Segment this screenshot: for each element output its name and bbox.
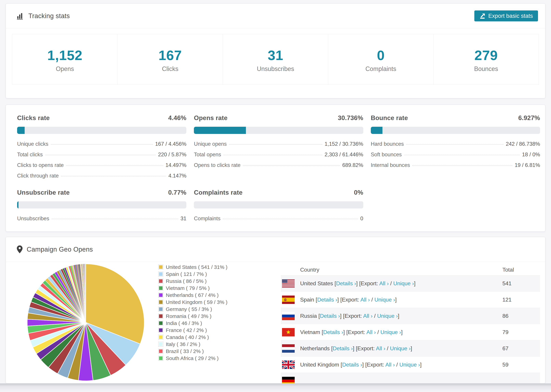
details-link[interactable]: Details › xyxy=(342,362,362,368)
page-title: Tracking stats xyxy=(28,12,70,20)
country-cell: Russia [Details ›] [Export: All › / Uniq… xyxy=(300,313,502,319)
summary-stat-complaints: 0Complaints xyxy=(328,34,433,84)
details-link[interactable]: Details › xyxy=(333,345,353,351)
legend-item[interactable]: Russia ( 86 / 5% ) xyxy=(158,278,227,285)
progress-bar-fill xyxy=(371,127,383,134)
total-cell: 67 xyxy=(502,345,540,352)
stat-label: Opens xyxy=(12,65,117,72)
geo-table-header: Country Total xyxy=(281,264,540,275)
rate-block-clicks-rate: Clicks rate4.46%Unique clicks167 / 4.456… xyxy=(17,114,186,181)
rate-row: Hard bounces242 / 86.738% xyxy=(371,139,540,149)
pie-legend: United States ( 541 / 31% )Spain ( 121 /… xyxy=(158,264,227,362)
rate-row: Internal bounces19 / 6.81% xyxy=(371,160,540,170)
export-unique-link[interactable]: Unique › xyxy=(374,297,395,303)
legend-swatch xyxy=(158,265,163,269)
legend-swatch xyxy=(158,279,163,283)
rate-row-label: Opens to clicks rate xyxy=(194,162,240,168)
stat-value: 279 xyxy=(434,49,539,62)
rate-title: Opens rate xyxy=(194,114,227,122)
table-row: Netherlands [Details ›] [Export: All › /… xyxy=(281,340,540,357)
geo-header: Campaign Geo Opens xyxy=(6,237,545,262)
legend-item[interactable]: Vietnam ( 79 / 5% ) xyxy=(158,285,227,292)
export-all-link[interactable]: All › xyxy=(360,297,370,303)
legend-swatch xyxy=(158,300,163,304)
legend-item[interactable]: Canada ( 40 / 2% ) xyxy=(158,334,227,341)
legend-item[interactable]: South Africa ( 29 / 2% ) xyxy=(158,355,227,362)
legend-item[interactable]: India ( 46 / 3% ) xyxy=(158,320,227,327)
table-row: United States [Details ›] [Export: All ›… xyxy=(281,275,540,291)
rate-row-label: Internal bounces xyxy=(371,162,410,168)
progress-bar xyxy=(194,201,363,209)
export-unique-link[interactable]: Unique › xyxy=(393,280,414,287)
rate-head: Clicks rate4.46% xyxy=(17,114,186,122)
total-cell: 59 xyxy=(502,362,540,368)
rate-row: Complaints0 xyxy=(194,213,363,224)
details-link[interactable]: Details › xyxy=(320,313,340,319)
legend-item[interactable]: United Kingdom ( 59 / 3% ) xyxy=(158,299,227,306)
progress-bar xyxy=(17,127,186,134)
rate-row-label: Unique clicks xyxy=(17,141,49,147)
export-all-link[interactable]: All › xyxy=(385,362,395,368)
dotted-leader xyxy=(61,176,166,176)
rate-rows: Hard bounces242 / 86.738%Soft bounces18 … xyxy=(371,139,540,170)
legend-item[interactable]: Germany ( 55 / 3% ) xyxy=(158,306,227,313)
summary-stat-clicks: 167Clicks xyxy=(118,34,223,84)
dotted-leader xyxy=(412,165,512,166)
table-row: Russia [Details ›] [Export: All › / Uniq… xyxy=(281,308,540,324)
details-link[interactable]: Details › xyxy=(336,280,356,287)
progress-bar-fill xyxy=(17,127,25,134)
stat-value: 167 xyxy=(118,49,223,62)
total-cell: 79 xyxy=(502,329,540,335)
rate-row: Unique clicks167 / 4.456% xyxy=(17,139,186,149)
export-basic-stats-button[interactable]: Export basic stats xyxy=(474,10,538,21)
export-unique-link[interactable]: Unique › xyxy=(399,362,420,368)
export-all-link[interactable]: All › xyxy=(366,329,376,335)
stat-value: 0 xyxy=(328,49,433,62)
rate-row-label: Complaints xyxy=(194,216,220,222)
rate-rows: Complaints0 xyxy=(194,213,363,224)
export-unique-link[interactable]: Unique › xyxy=(377,313,398,319)
export-all-link[interactable]: All › xyxy=(363,313,373,319)
total-cell: 121 xyxy=(502,297,540,303)
legend-item[interactable]: Italy ( 36 / 2% ) xyxy=(158,341,227,348)
country-cell: Spain [Details ›] [Export: All › / Uniqu… xyxy=(300,297,502,303)
legend-label: Netherlands ( 67 / 4% ) xyxy=(166,292,219,298)
legend-item[interactable]: United States ( 541 / 31% ) xyxy=(158,264,227,271)
rate-rows: Unique opens1,152 / 30.736%Total opens2,… xyxy=(194,139,363,170)
legend-label: France ( 42 / 2% ) xyxy=(166,327,207,333)
progress-bar xyxy=(371,127,540,134)
legend-item[interactable]: Netherlands ( 67 / 4% ) xyxy=(158,292,227,299)
rate-row-label: Click through rate xyxy=(17,173,59,179)
rate-row-value: 0 xyxy=(360,216,363,222)
legend-item[interactable]: Romania ( 49 / 3% ) xyxy=(158,313,227,320)
rate-row: Click through rate4.147% xyxy=(17,170,186,181)
export-button-label: Export basic stats xyxy=(488,13,533,19)
country-cell: United States [Details ›] [Export: All ›… xyxy=(300,280,502,287)
legend-swatch xyxy=(158,321,163,325)
dotted-leader xyxy=(51,144,153,145)
rate-rows: Unique clicks167 / 4.456%Total clicks220… xyxy=(17,139,186,181)
export-unique-link[interactable]: Unique › xyxy=(380,329,401,335)
rate-row-value: 1,152 / 30.736% xyxy=(325,141,363,147)
export-all-link[interactable]: All › xyxy=(379,280,389,287)
stat-label: Unsubscribes xyxy=(223,65,328,72)
table-row: Spain [Details ›] [Export: All › / Uniqu… xyxy=(281,291,540,308)
legend-label: Brazil ( 33 / 2% ) xyxy=(166,348,204,354)
details-link[interactable]: Details › xyxy=(317,297,337,303)
export-all-link[interactable]: All › xyxy=(376,345,385,351)
rate-row-value: 31 xyxy=(181,216,186,222)
legend-item[interactable]: France ( 42 / 2% ) xyxy=(158,327,227,334)
rate-row: Clicks to opens rate14.497% xyxy=(17,160,186,170)
rate-row-label: Total opens xyxy=(194,152,221,158)
geo-pie-chart xyxy=(26,263,146,382)
legend-item[interactable]: Spain ( 121 / 7% ) xyxy=(158,271,227,278)
legend-label: South Africa ( 29 / 2% ) xyxy=(166,355,219,361)
details-link[interactable]: Details › xyxy=(323,329,343,335)
legend-item[interactable]: Brazil ( 33 / 2% ) xyxy=(158,348,227,355)
progress-bar-fill xyxy=(194,127,246,134)
export-unique-link[interactable]: Unique › xyxy=(390,345,411,351)
rate-row: Total opens2,303 / 61.446% xyxy=(194,149,363,160)
rate-row: Total clicks220 / 5.87% xyxy=(17,149,186,160)
progress-bar xyxy=(194,127,363,134)
dotted-leader xyxy=(223,219,358,219)
